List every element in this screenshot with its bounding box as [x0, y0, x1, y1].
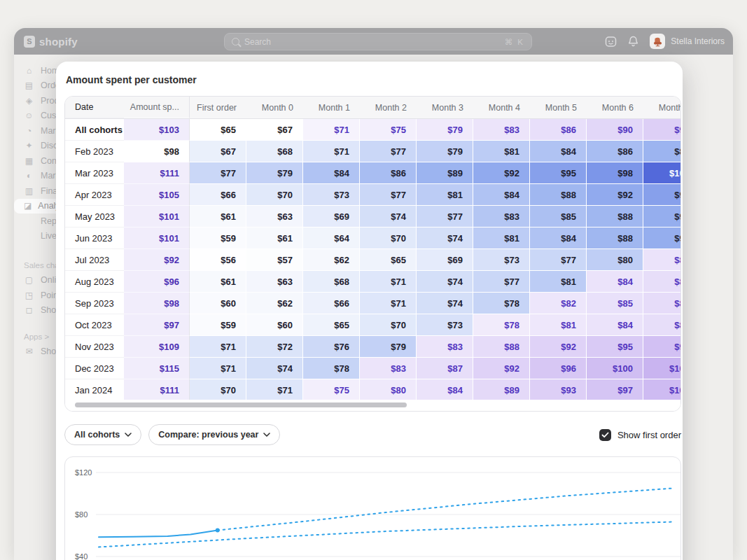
- cohort-line-chart: $120$80$40: [64, 456, 681, 560]
- compare-filter-label: Compare: previous year: [158, 430, 258, 440]
- cohort-value-cell: $84: [587, 314, 643, 336]
- cohort-value-cell: $104: [643, 358, 681, 379]
- products-icon: ◈: [24, 96, 34, 106]
- cohort-filter-label: All cohorts: [74, 430, 120, 440]
- table-row: Jul 2023$92$56$57$62$65$69$73$77$80$84: [65, 249, 680, 271]
- cohort-date: Aug 2023: [65, 271, 124, 293]
- table-row: Nov 2023$109$71$72$76$79$83$88$92$95$99: [65, 336, 680, 358]
- cohort-value-cell: $77: [417, 206, 473, 227]
- cohort-value-cell: $83: [417, 336, 473, 358]
- cohort-value-cell: $95: [643, 184, 681, 206]
- cohort-value-cell: $71: [190, 358, 246, 379]
- cohort-filter-dropdown[interactable]: All cohorts: [64, 424, 141, 445]
- cohort-value-cell: $88: [473, 336, 530, 358]
- cohort-value-cell: $88: [530, 184, 587, 206]
- cohort-value-cell: $67: [190, 141, 246, 162]
- search-input[interactable]: Search ⌘ K: [224, 33, 532, 50]
- cohort-value-cell: $84: [417, 379, 473, 401]
- modal-title: Amount spent per customer: [66, 74, 681, 85]
- cohort-value-cell: $69: [417, 249, 473, 271]
- cohort-value-cell: $101: [643, 162, 681, 184]
- cohort-date: Jun 2023: [65, 227, 124, 249]
- notifications-bell-icon[interactable]: [628, 36, 638, 47]
- column-header-month-3: Month 3: [417, 97, 473, 118]
- cohort-value-cell: $98: [587, 162, 643, 184]
- amount-spent-cell: $105: [124, 184, 190, 206]
- cohort-value-cell: $74: [417, 271, 473, 293]
- cohort-value-cell: $60: [190, 293, 246, 314]
- cohort-value-cell: $59: [190, 314, 246, 336]
- cohort-value-cell: $84: [530, 141, 587, 162]
- column-header-date: Date: [65, 97, 124, 118]
- cohort-value-cell: $65: [190, 119, 246, 141]
- cohort-value-cell: $69: [303, 206, 360, 227]
- column-header-month-5: Month 5: [530, 97, 587, 118]
- cohort-value-cell: $85: [530, 206, 587, 227]
- cohort-value-cell: $82: [530, 293, 587, 314]
- compare-filter-dropdown[interactable]: Compare: previous year: [148, 424, 280, 445]
- cohort-value-cell: $77: [360, 141, 417, 162]
- cohort-value-cell: $92: [587, 184, 643, 206]
- y-axis-tick-label: $80: [75, 510, 88, 519]
- finance-icon: ▥: [24, 186, 34, 196]
- cohort-value-cell: $79: [417, 141, 473, 162]
- avatar: [650, 34, 665, 49]
- amount-spent-cell: $101: [124, 206, 190, 227]
- point-of-sale-icon: ◳: [24, 290, 34, 300]
- home-icon: ⌂: [24, 66, 34, 76]
- cohort-value-cell: $66: [303, 293, 360, 314]
- cohort-value-cell: $95: [587, 336, 643, 358]
- cohort-date: All cohorts: [65, 119, 124, 141]
- chart-canvas: $120$80$40: [65, 457, 680, 560]
- cohort-value-cell: $60: [246, 314, 303, 336]
- orders-icon: ▤: [24, 80, 34, 90]
- amount-spent-cell: $96: [124, 271, 190, 293]
- amount-spent-cell: $98: [124, 141, 190, 162]
- cohort-value-cell: $75: [360, 119, 417, 141]
- show-first-order-toggle[interactable]: Show first order: [599, 429, 681, 441]
- store-name: Stella Interiors: [671, 36, 725, 46]
- cohort-value-cell: $71: [360, 293, 417, 314]
- cohort-value-cell: $92: [473, 162, 530, 184]
- cohort-date: Oct 2023: [65, 314, 124, 336]
- cohort-value-cell: $68: [246, 141, 303, 162]
- cohort-value-cell: $61: [190, 271, 246, 293]
- cohort-value-cell: $90: [587, 119, 643, 141]
- cohort-value-cell: $74: [360, 206, 417, 227]
- cohort-value-cell: $80: [360, 379, 417, 401]
- checkbox-checked-icon[interactable]: [599, 429, 611, 441]
- analytics-icon: ◪: [24, 201, 32, 211]
- cohort-value-cell: $65: [360, 249, 417, 271]
- cohort-value-cell: $87: [417, 358, 473, 379]
- cohort-value-cell: $70: [360, 314, 417, 336]
- inbox-icon[interactable]: [605, 36, 617, 48]
- cohort-value-cell: $84: [643, 249, 681, 271]
- cohort-value-cell: $79: [360, 336, 417, 358]
- customers-icon: ☺: [24, 111, 34, 120]
- cohort-value-cell: $81: [417, 184, 473, 206]
- cohort-value-cell: $79: [246, 162, 303, 184]
- column-header-month-0: Month 0: [246, 97, 303, 118]
- shopify-wordmark: shopify: [39, 36, 78, 48]
- cohort-value-cell: $56: [190, 249, 246, 271]
- cohort-value-cell: $81: [530, 271, 587, 293]
- shopify-bag-icon: S: [24, 36, 35, 48]
- cohort-value-cell: $71: [246, 379, 303, 401]
- cohort-value-cell: $57: [246, 249, 303, 271]
- y-axis-tick-label: $40: [75, 552, 88, 560]
- column-header-month-2: Month 2: [360, 97, 417, 118]
- cohort-value-cell: $80: [587, 249, 643, 271]
- amount-spent-cell: $115: [124, 358, 190, 379]
- horizontal-scrollbar-thumb[interactable]: [75, 402, 407, 407]
- table-row: Feb 2023$98$67$68$71$77$79$81$84$86$89: [65, 141, 680, 162]
- amount-spent-cell: $98: [124, 293, 190, 314]
- cohort-value-cell: $96: [530, 358, 587, 379]
- cohort-date: Sep 2023: [65, 293, 124, 314]
- account-menu[interactable]: Stella Interiors: [650, 34, 725, 49]
- cohort-value-cell: $74: [417, 293, 473, 314]
- cohort-value-cell: $71: [303, 119, 360, 141]
- shopify-logo: S shopify: [14, 36, 78, 48]
- amount-spent-cell: $103: [124, 119, 190, 141]
- cohort-value-cell: $77: [360, 184, 417, 206]
- table-row: Jun 2023$101$59$61$64$70$74$81$84$88$91: [65, 227, 680, 249]
